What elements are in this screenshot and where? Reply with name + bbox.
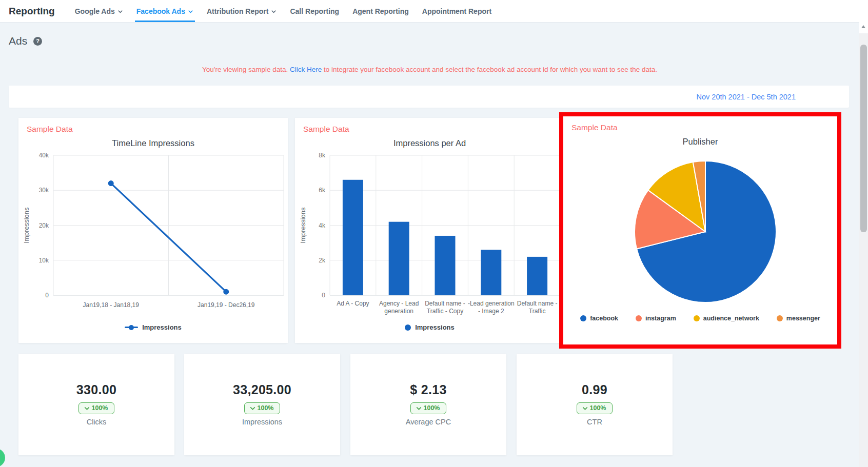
help-icon[interactable]: ? bbox=[33, 37, 42, 46]
kpi-value: 330.00 bbox=[18, 382, 174, 397]
app-title: Reporting bbox=[9, 6, 55, 17]
kpi-value: 33,205.00 bbox=[184, 382, 340, 397]
svg-text:10k: 10k bbox=[38, 257, 49, 264]
legend-label: messenger bbox=[786, 315, 820, 322]
chevron-down-icon bbox=[416, 405, 422, 412]
svg-text:8k: 8k bbox=[319, 152, 326, 159]
bar-chart-legend: Impressions bbox=[295, 323, 564, 331]
chevron-down-icon bbox=[188, 9, 193, 14]
bar-series-marker bbox=[405, 324, 411, 331]
svg-text:40k: 40k bbox=[38, 152, 49, 159]
legend-label: audience_network bbox=[703, 315, 759, 322]
top-nav: Reporting Google Ads Facebook Ads Attrib… bbox=[0, 0, 868, 23]
svg-text:6k: 6k bbox=[319, 187, 326, 194]
svg-text:Impressions: Impressions bbox=[23, 207, 30, 243]
chat-widget-bubble[interactable] bbox=[0, 449, 5, 467]
chart-title: Publisher bbox=[563, 137, 837, 147]
click-here-link[interactable]: Click Here bbox=[290, 66, 322, 73]
chart-title: Impressions per Ad bbox=[295, 138, 564, 148]
notice-text: to integrate your facebook account and s… bbox=[324, 66, 657, 73]
publisher-pie-chart bbox=[563, 148, 837, 313]
chart-title: TimeLine Impressions bbox=[18, 138, 288, 148]
kpi-label: Impressions bbox=[184, 418, 340, 426]
svg-text:30k: 30k bbox=[38, 187, 49, 194]
impressions-bar-chart: 02k4k6k8kImpressionsAd A - CopyAgency - … bbox=[297, 149, 563, 322]
kpi-card-ctr: 0.99 100% CTR bbox=[517, 354, 673, 455]
line-chart-legend: Impressions bbox=[18, 323, 288, 331]
legend-dot bbox=[777, 315, 783, 321]
sample-data-notice: You're viewing sample data. Click Here t… bbox=[0, 66, 859, 73]
svg-text:Jan19,18 - Jan18,19: Jan19,18 - Jan18,19 bbox=[83, 301, 139, 309]
notice-text: You're viewing sample data. bbox=[202, 66, 288, 73]
svg-text:0: 0 bbox=[322, 292, 325, 299]
tab-label: Facebook Ads bbox=[136, 7, 185, 15]
tab-call-reporting[interactable]: Call Reporting bbox=[283, 0, 346, 22]
legend-dot bbox=[694, 315, 700, 321]
kpi-label: Clicks bbox=[18, 418, 174, 426]
legend-item-facebook: facebook bbox=[580, 315, 618, 322]
svg-text:Agency - Lead: Agency - Lead bbox=[379, 300, 419, 307]
tab-label: Call Reporting bbox=[290, 7, 339, 15]
impressions-per-ad-card: Sample Data Impressions per Ad 02k4k6k8k… bbox=[295, 118, 564, 343]
line-series-marker bbox=[125, 327, 138, 328]
tab-google-ads[interactable]: Google Ads bbox=[68, 0, 130, 22]
scrollbar bbox=[859, 22, 868, 467]
kpi-change-badge: 100% bbox=[577, 402, 613, 414]
tab-label: Google Ads bbox=[75, 7, 115, 15]
kpi-label: CTR bbox=[517, 418, 673, 426]
svg-text:Jan19,19 - Dec26,19: Jan19,19 - Dec26,19 bbox=[198, 301, 255, 309]
date-range[interactable]: Nov 20th 2021 - Dec 5th 2021 bbox=[697, 93, 796, 101]
tab-agent-reporting[interactable]: Agent Reporting bbox=[346, 0, 416, 22]
legend-dot bbox=[636, 315, 642, 321]
legend-label: facebook bbox=[590, 315, 618, 322]
scrollbar-track[interactable] bbox=[859, 33, 868, 467]
timeline-impressions-card: Sample Data TimeLine Impressions 010k20k… bbox=[18, 118, 288, 343]
svg-text:-Lead generation: -Lead generation bbox=[467, 300, 514, 307]
chevron-down-icon bbox=[249, 405, 256, 412]
kpi-change-badge: 100% bbox=[78, 402, 115, 414]
tab-attribution-report[interactable]: Attribution Report bbox=[200, 0, 284, 22]
svg-text:20k: 20k bbox=[38, 222, 49, 229]
kpi-change-badge: 100% bbox=[410, 402, 447, 414]
tab-appointment-report[interactable]: Appointment Report bbox=[416, 0, 498, 22]
svg-text:Default name -: Default name - bbox=[517, 300, 557, 307]
legend-label: Impressions bbox=[142, 323, 182, 331]
tab-label: Agent Reporting bbox=[352, 7, 409, 15]
tab-label: Attribution Report bbox=[207, 7, 269, 15]
publisher-card: Sample Data Publisher facebook instagram… bbox=[563, 116, 837, 344]
scrollbar-thumb[interactable] bbox=[860, 45, 867, 232]
tab-facebook-ads[interactable]: Facebook Ads bbox=[130, 0, 200, 22]
svg-text:4k: 4k bbox=[319, 222, 326, 229]
legend-item-instagram: instagram bbox=[636, 315, 676, 322]
svg-text:Traffic: Traffic bbox=[528, 308, 545, 315]
chevron-down-icon bbox=[117, 9, 123, 14]
kpi-value: $ 2.13 bbox=[350, 382, 506, 397]
kpi-label: Average CPC bbox=[350, 418, 506, 426]
kpi-card-impressions: 33,205.00 100% Impressions bbox=[184, 354, 340, 455]
sample-data-label: Sample Data bbox=[18, 118, 288, 134]
pie-chart-legend: facebook instagram audience_network mess… bbox=[563, 315, 837, 322]
timeline-line-chart: 010k20k30k40kImpressionsJan19,18 - Jan18… bbox=[20, 149, 287, 322]
kpi-value: 0.99 bbox=[517, 382, 673, 397]
svg-text:0: 0 bbox=[45, 292, 49, 299]
svg-text:- Image 2: - Image 2 bbox=[478, 308, 504, 315]
kpi-card-clicks: 330.00 100% Clicks bbox=[18, 354, 174, 455]
svg-text:Impressions: Impressions bbox=[299, 207, 307, 243]
chevron-down-icon bbox=[582, 405, 588, 412]
kpi-change-badge: 100% bbox=[244, 402, 281, 414]
page-heading: Ads ? bbox=[9, 35, 42, 47]
kpi-card-average-cpc: $ 2.13 100% Average CPC bbox=[350, 354, 506, 455]
tab-label: Appointment Report bbox=[422, 7, 491, 15]
svg-text:Traffic - Copy: Traffic - Copy bbox=[426, 308, 463, 315]
svg-text:2k: 2k bbox=[319, 257, 326, 264]
legend-item-messenger: messenger bbox=[777, 315, 820, 322]
page-title: Ads bbox=[9, 35, 27, 47]
legend-dot bbox=[580, 315, 586, 321]
scrollbar-up-arrow[interactable] bbox=[861, 25, 865, 28]
legend-item-audience-network: audience_network bbox=[694, 315, 759, 322]
sample-data-label: Sample Data bbox=[295, 118, 564, 134]
sample-data-label: Sample Data bbox=[563, 116, 837, 132]
svg-text:generation: generation bbox=[384, 308, 413, 315]
legend-label: Impressions bbox=[415, 323, 455, 331]
chevron-down-icon bbox=[271, 9, 277, 14]
